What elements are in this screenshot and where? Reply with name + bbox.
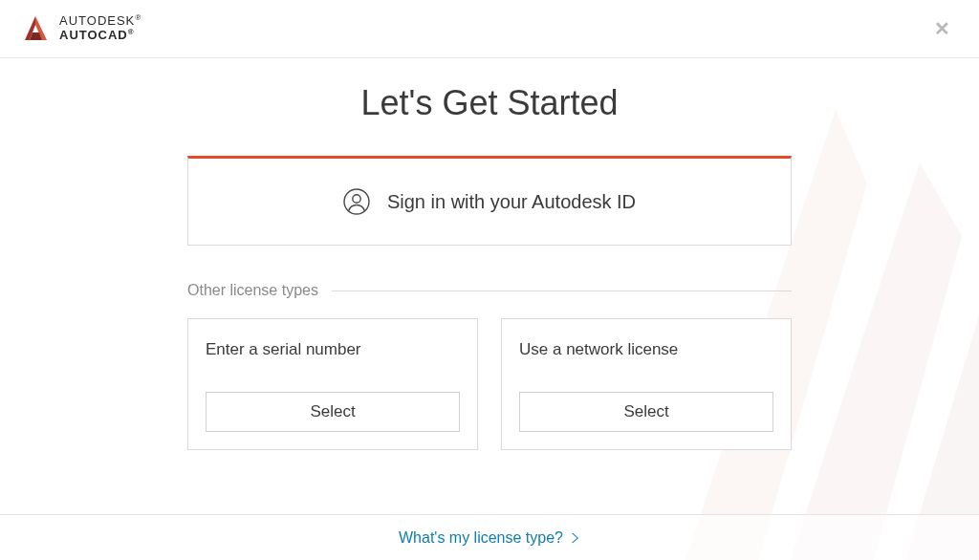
section-legend: Other license types xyxy=(187,282,792,299)
license-cards-row: Enter a serial number Select Use a netwo… xyxy=(187,318,792,450)
chevron-right-icon xyxy=(569,532,580,544)
license-type-help-link[interactable]: What's my license type? xyxy=(399,529,580,547)
footer: What's my license type? xyxy=(0,514,979,560)
select-serial-button[interactable]: Select xyxy=(206,392,460,432)
brand-text: AUTODESK® AUTOCAD® xyxy=(59,14,141,42)
main-content: Let's Get Started Sign in with your Auto… xyxy=(187,58,792,450)
other-license-section: Other license types Enter a serial numbe… xyxy=(187,282,792,450)
signin-button[interactable]: Sign in with your Autodesk ID xyxy=(187,156,792,246)
serial-number-card: Enter a serial number Select xyxy=(187,318,478,450)
brand: AUTODESK® AUTOCAD® xyxy=(21,13,141,44)
divider xyxy=(332,291,792,291)
signin-label: Sign in with your Autodesk ID xyxy=(387,191,636,213)
section-legend-text: Other license types xyxy=(187,282,332,299)
svg-point-1 xyxy=(353,195,360,203)
network-license-card: Use a network license Select xyxy=(501,318,792,450)
card-title: Enter a serial number xyxy=(206,340,460,359)
card-title: Use a network license xyxy=(519,340,773,359)
header: AUTODESK® AUTOCAD® ✕ xyxy=(0,0,979,58)
page-title: Let's Get Started xyxy=(187,83,792,123)
select-network-button[interactable]: Select xyxy=(519,392,773,432)
user-icon xyxy=(343,188,370,215)
brand-company-label: AUTODESK® xyxy=(59,14,141,29)
brand-product-label: AUTOCAD® xyxy=(59,29,141,43)
close-button[interactable]: ✕ xyxy=(926,15,958,42)
help-link-text: What's my license type? xyxy=(399,529,563,547)
autodesk-logo-icon xyxy=(21,13,52,44)
svg-point-0 xyxy=(344,189,369,214)
